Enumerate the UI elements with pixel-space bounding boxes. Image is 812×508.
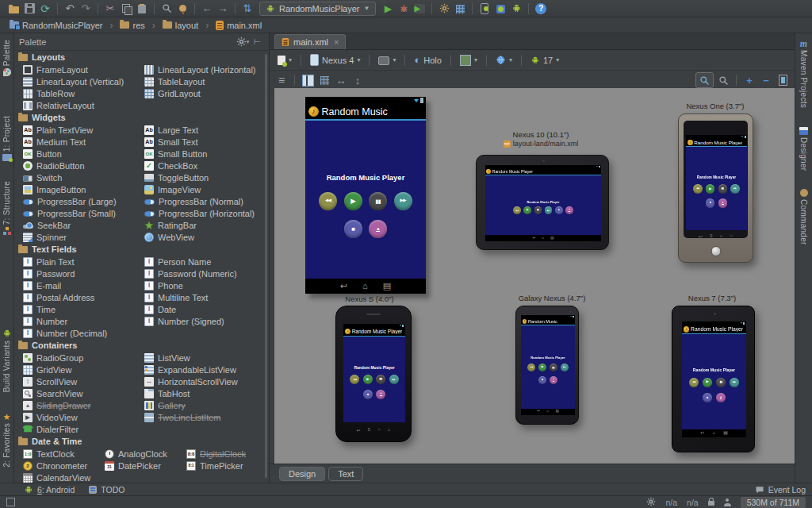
hardware-buttons[interactable]: ↩ ≡ ⌂ ○: [679, 233, 753, 239]
ribbon-icon[interactable]: [175, 2, 190, 16]
preview-fast-forward-button[interactable]: ▶▶: [730, 378, 739, 387]
palette-item-calendarview[interactable]: CalendarView: [23, 471, 105, 483]
preview-play-button[interactable]: ▶: [706, 184, 715, 194]
avd-manager-icon[interactable]: [509, 2, 523, 16]
palette-item-number-signed[interactable]: Number (Signed): [144, 315, 269, 327]
palette-item-progressbar-normal[interactable]: ProgressBar (Normal): [144, 195, 269, 207]
zoom-in-button[interactable]: +: [742, 73, 756, 87]
gear-icon[interactable]: ▾: [236, 35, 250, 49]
lock-icon[interactable]: [708, 501, 714, 506]
preview-eject-button[interactable]: ▲: [369, 220, 387, 238]
preview-device-nexus-one[interactable]: ♪Random Music PlayerRandom Music Player◀…: [678, 114, 753, 263]
expand-horizontal-icon[interactable]: ↔: [334, 73, 348, 87]
toggle-tool-buttons-icon[interactable]: [6, 498, 15, 506]
palette-item-spinner[interactable]: Spinner: [23, 231, 144, 243]
palette-item-gridview[interactable]: GridView: [23, 364, 144, 375]
tool-tab-project[interactable]: 1: Project: [0, 116, 13, 161]
preview-fast-forward-button[interactable]: ▶▶: [394, 192, 412, 210]
palette-item-medium-text[interactable]: Medium Text: [23, 136, 144, 148]
preview-stop-button[interactable]: ■: [538, 376, 546, 384]
tool-tab-palette[interactable]: Palette: [0, 40, 13, 76]
tool-tab-designer[interactable]: Designer: [795, 127, 812, 171]
palette-item-postal-address[interactable]: Postal Address: [23, 291, 144, 303]
save-icon[interactable]: [22, 2, 36, 16]
preview-play-button[interactable]: ▶: [363, 375, 373, 384]
palette-item-person-name[interactable]: Person Name: [144, 256, 269, 267]
palette-item-tablelayout[interactable]: TableLayout: [144, 75, 269, 87]
palette-item-small-button[interactable]: Small Button: [144, 148, 269, 160]
sdk-manager-icon[interactable]: [493, 2, 508, 16]
breadcrumb-project[interactable]: RandomMusicPlayer: [6, 20, 105, 31]
preview-stop-button[interactable]: ■: [555, 206, 563, 214]
palette-item-switch[interactable]: Switch: [23, 171, 144, 183]
palette-section-text-fields[interactable]: Text Fields: [14, 243, 269, 256]
zoom-actual-button[interactable]: [716, 73, 730, 87]
forward-icon[interactable]: →: [216, 2, 230, 16]
palette-item-large-text[interactable]: Large Text: [144, 124, 269, 136]
preview-device-nexus-7[interactable]: ♪Random Music PlayerRandom Music Player◀…: [672, 306, 755, 452]
help-icon[interactable]: ?: [534, 2, 548, 16]
preview-play-button[interactable]: ▶: [538, 364, 546, 371]
palette-item-togglebutton[interactable]: ToggleButton: [144, 171, 269, 183]
settings-icon[interactable]: [437, 2, 451, 16]
preview-pause-button[interactable]: ▮▮: [550, 364, 557, 371]
nav-home-icon[interactable]: ⌂: [712, 431, 715, 436]
preview-eject-button[interactable]: ▲: [716, 393, 726, 402]
nav-recents-icon[interactable]: ▤: [723, 431, 728, 436]
paste-icon[interactable]: [135, 2, 149, 16]
orientation-select[interactable]: ▾: [375, 53, 399, 67]
show-panels-icon[interactable]: [301, 73, 315, 87]
nav-back-icon[interactable]: ↩: [340, 282, 347, 291]
preview-device-nexus-10[interactable]: ♪Random Music PlayerRandom Music Player◀…: [476, 155, 609, 250]
palette-item-linearlayout-horizontal[interactable]: LinearLayout (Horizontal): [144, 64, 269, 75]
preview-pause-button[interactable]: ▮▮: [376, 375, 385, 384]
palette-section-containers[interactable]: Containers: [14, 339, 269, 352]
palette-item-horizontalscrollview[interactable]: HorizontalScrollView: [144, 375, 269, 387]
palette-item-chronometer[interactable]: Chronometer: [23, 460, 105, 471]
palette-item-time[interactable]: Time: [23, 303, 144, 315]
nav-home-icon[interactable]: ⌂: [362, 282, 368, 291]
preview-play-button[interactable]: ▶: [344, 192, 362, 210]
preview-stop-button[interactable]: ■: [363, 390, 373, 399]
preview-stop-button[interactable]: ■: [344, 220, 362, 238]
palette-item-searchview[interactable]: SearchView: [23, 387, 144, 399]
palette-item-phone[interactable]: Phone: [144, 279, 269, 291]
palette-item-number[interactable]: Number: [23, 315, 144, 327]
app-label[interactable]: Random Music Player: [354, 366, 394, 370]
palette-item-plain-text[interactable]: Plain Text: [23, 256, 144, 267]
palette-item-number-decimal[interactable]: Number (Decimal): [23, 327, 144, 339]
open-icon[interactable]: [6, 2, 21, 16]
hardware-buttons[interactable]: ↩ ≡ ○ ⌂: [336, 427, 411, 433]
palette-item-digitalclock[interactable]: DigitalClock: [186, 448, 269, 460]
preview-pause-button[interactable]: ▮▮: [716, 378, 726, 387]
palette-item-expandablelistview[interactable]: ExpandableListView: [144, 364, 269, 375]
preview-rewind-button[interactable]: ◀◀: [689, 378, 699, 387]
palette-item-seekbar[interactable]: SeekBar: [23, 219, 144, 231]
palette-item-videoview[interactable]: VideoView: [23, 411, 144, 423]
theme-select[interactable]: ◐ Holo: [411, 53, 444, 67]
cut-icon[interactable]: ✂: [103, 2, 117, 16]
nav-recents-icon[interactable]: ▤: [556, 410, 560, 414]
breadcrumb-file[interactable]: main.xml: [213, 20, 265, 31]
palette-item-e-mail[interactable]: E-mail: [23, 279, 144, 291]
list-mode-icon[interactable]: ≡: [274, 73, 289, 87]
preview-fast-forward-button[interactable]: ▶▶: [545, 206, 553, 214]
preview-device-nexus-s[interactable]: ♪Random Music PlayerRandom Music Player◀…: [335, 306, 412, 442]
grid-toggle-icon[interactable]: [317, 73, 331, 87]
palette-section-layouts[interactable]: Layouts: [14, 51, 269, 64]
palette-item-datepicker[interactable]: DatePicker: [105, 460, 186, 471]
preview-stop-button[interactable]: ■: [706, 198, 715, 208]
palette-item-plain-textview[interactable]: Plain TextView: [23, 124, 144, 136]
preview-rewind-button[interactable]: ◀◀: [319, 192, 337, 210]
app-label[interactable]: Random Music Player: [327, 173, 405, 182]
palette-item-gallery[interactable]: Gallery: [144, 399, 269, 411]
palette-item-framelayout[interactable]: FrameLayout: [23, 64, 144, 75]
profile-icon[interactable]: [724, 498, 731, 506]
palette-item-twolinelistitem[interactable]: TwoLineListItem: [144, 411, 269, 423]
palette-item-password[interactable]: Password: [23, 267, 144, 279]
run-with-coverage-button[interactable]: ▶: [412, 2, 427, 16]
palette-item-imagebutton[interactable]: ImageButton: [23, 183, 144, 195]
app-label[interactable]: Random Music Player: [530, 356, 565, 360]
nav-home-icon[interactable]: ⌂: [546, 410, 549, 414]
project-structure-icon[interactable]: [453, 2, 467, 16]
